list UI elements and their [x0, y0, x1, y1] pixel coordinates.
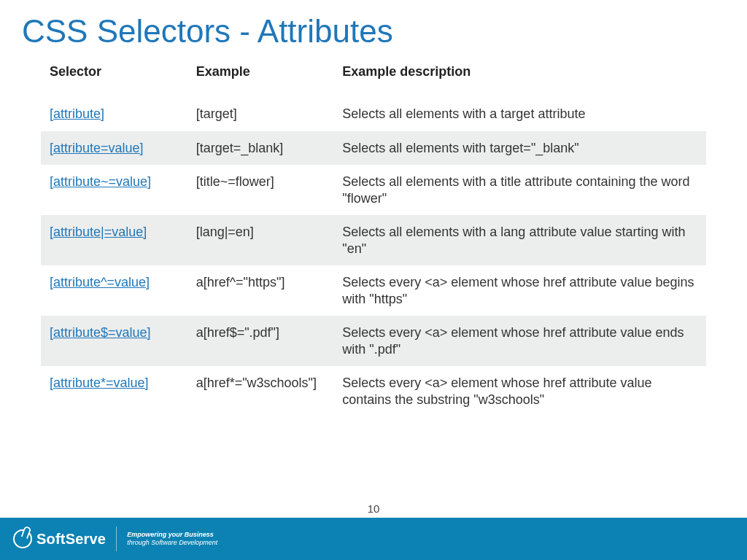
footer-bar: SoftServe Empowering your Business throu… [0, 518, 747, 560]
description-cell: Selects all elements with a target attri… [333, 97, 706, 131]
description-cell: Selects every <a> element whose href att… [333, 265, 706, 316]
selector-link[interactable]: [attribute|=value] [50, 225, 147, 239]
page-number: 10 [0, 502, 747, 515]
example-cell: [lang|=en] [187, 215, 334, 265]
footer-divider [116, 526, 117, 551]
selector-link[interactable]: [attribute$=value] [50, 325, 151, 340]
page-title: CSS Selectors - Attributes [0, 0, 747, 57]
selectors-table: Selector Example Example description [at… [41, 57, 706, 416]
selector-link[interactable]: [attribute^=value] [50, 275, 150, 289]
col-header-example: Example [187, 57, 334, 97]
example-cell: [target=_blank] [187, 131, 334, 166]
table-row: [attribute^=value] a[href^="https"] Sele… [41, 265, 706, 316]
content-area: Selector Example Example description [at… [0, 57, 747, 518]
example-cell: a[href^="https"] [187, 265, 334, 316]
tagline-line-1: Empowering your Business [127, 531, 217, 539]
description-cell: Selects all elements with target="_blank… [333, 131, 706, 166]
description-cell: Selects every <a> element whose href att… [333, 366, 706, 416]
col-header-description: Example description [333, 57, 706, 97]
table-row: [attribute] [target] Selects all element… [41, 97, 706, 131]
selector-link[interactable]: [attribute*=value] [50, 376, 149, 390]
table-row: [attribute*=value] a[href*="w3schools"] … [41, 366, 706, 416]
brand-logo: SoftServe [13, 529, 106, 548]
selector-link[interactable]: [attribute] [50, 106, 104, 121]
example-cell: a[href*="w3schools"] [187, 366, 334, 416]
table-row: [attribute=value] [target=_blank] Select… [41, 131, 706, 166]
description-cell: Selects every <a> element whose href att… [333, 316, 706, 366]
description-cell: Selects all elements with a title attrib… [333, 165, 706, 215]
example-cell: [title~=flower] [187, 165, 334, 215]
logo-icon [13, 529, 32, 548]
brand-tagline: Empowering your Business through Softwar… [127, 531, 217, 547]
example-cell: a[href$=".pdf"] [187, 316, 334, 366]
brand-name: SoftServe [36, 531, 106, 548]
table-row: [attribute|=value] [lang|=en] Selects al… [41, 215, 706, 265]
description-cell: Selects all elements with a lang attribu… [333, 215, 706, 265]
selector-link[interactable]: [attribute~=value] [50, 174, 151, 189]
table-row: [attribute~=value] [title~=flower] Selec… [41, 165, 706, 215]
selector-link[interactable]: [attribute=value] [50, 141, 144, 155]
tagline-line-2: through Software Development [127, 539, 217, 547]
example-cell: [target] [187, 97, 334, 131]
col-header-selector: Selector [41, 57, 187, 97]
table-header-row: Selector Example Example description [41, 57, 706, 97]
table-row: [attribute$=value] a[href$=".pdf"] Selec… [41, 316, 706, 366]
